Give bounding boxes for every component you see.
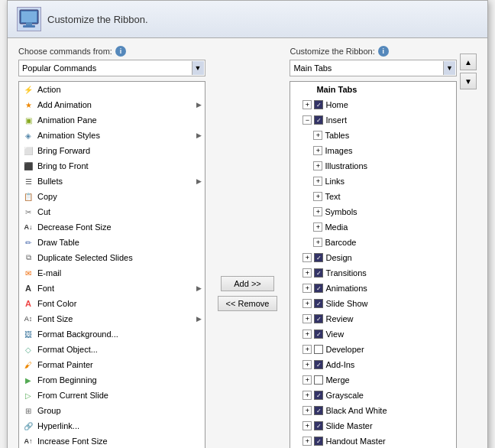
list-item[interactable]: ✏ Draw Table (19, 235, 205, 250)
list-item[interactable]: ◈ Animation Styles ▶ (19, 128, 205, 143)
list-item[interactable]: A↓ Decrease Font Size (19, 219, 205, 235)
checkbox-addins[interactable] (314, 360, 323, 369)
list-item[interactable]: A↕ Font Size ▶ (19, 311, 205, 326)
tree-item-transitions[interactable]: + Transitions (290, 265, 456, 281)
tree-item-text[interactable]: + Text (290, 189, 456, 204)
tree-item-insert[interactable]: − Insert (290, 112, 456, 128)
right-dropdown[interactable]: Main Tabs Tool Tabs All Tabs (290, 60, 457, 76)
expand-icon[interactable]: + (313, 238, 322, 247)
expand-icon[interactable]: + (302, 299, 312, 308)
remove-button[interactable]: << Remove (218, 296, 278, 311)
checkbox-merge[interactable] (314, 375, 323, 385)
checkbox-view[interactable] (314, 330, 323, 339)
list-item[interactable]: ⬜ Bring Forward (19, 143, 205, 158)
expand-icon[interactable]: + (302, 391, 312, 400)
right-tree-box[interactable]: Main Tabs + Home − Insert (290, 81, 457, 448)
add-button[interactable]: Add >> (221, 276, 274, 291)
expand-icon[interactable]: + (302, 345, 312, 354)
expand-icon[interactable]: + (302, 284, 312, 293)
right-info-icon[interactable]: i (378, 46, 389, 57)
left-info-icon[interactable]: i (115, 46, 126, 57)
checkbox-insert[interactable] (314, 115, 323, 125)
tree-item-animations[interactable]: + Animations (290, 281, 456, 296)
list-item[interactable]: ▶ From Beginning (19, 372, 205, 388)
list-item[interactable]: A↑ Increase Font Size (19, 433, 205, 448)
checkbox-slidemaster[interactable] (314, 421, 323, 430)
list-item[interactable]: ⊞ Group (19, 403, 205, 418)
checkbox-animations[interactable] (314, 284, 323, 293)
expand-icon[interactable]: + (302, 437, 312, 446)
tree-item-merge[interactable]: + Merge (290, 372, 456, 388)
tree-item-links[interactable]: + Links (290, 174, 456, 189)
list-item[interactable]: ★ Add Animation ▶ (19, 97, 205, 112)
left-dropdown[interactable]: Popular Commands All Commands (18, 60, 205, 76)
tree-item-developer[interactable]: + Developer (290, 342, 456, 357)
tree-item-tables[interactable]: + Tables (290, 128, 456, 143)
left-list-box[interactable]: ⚡ Action ★ Add Animation ▶ ▣ Animation P… (18, 81, 205, 448)
list-item[interactable]: 📋 Copy (19, 189, 205, 204)
checkbox-developer[interactable] (314, 345, 323, 354)
tree-item-handoutmaster[interactable]: + Handout Master (290, 433, 456, 448)
checkbox-transitions[interactable] (314, 268, 323, 278)
expand-icon[interactable]: + (302, 375, 312, 385)
expand-icon[interactable]: + (302, 268, 312, 278)
tree-item-design[interactable]: + Design (290, 250, 456, 265)
expand-icon[interactable]: + (302, 360, 312, 369)
tree-item-view[interactable]: + View (290, 326, 456, 342)
list-item[interactable]: ⚡ Action (19, 82, 205, 97)
tree-item-addins[interactable]: + Add-Ins (290, 357, 456, 372)
list-item[interactable]: ▷ From Current Slide (19, 388, 205, 403)
tree-item-grayscale[interactable]: + Grayscale (290, 388, 456, 403)
expand-icon[interactable]: + (302, 100, 312, 109)
list-item[interactable]: 🖼 Format Background... (19, 326, 205, 342)
list-item[interactable]: 🔗 Hyperlink... (19, 418, 205, 433)
list-item[interactable]: ✉ E-mail (19, 265, 205, 281)
add-animation-icon: ★ (22, 99, 34, 111)
expand-icon[interactable]: + (302, 421, 312, 430)
expand-icon[interactable]: + (313, 207, 322, 216)
checkbox-review[interactable] (314, 314, 323, 323)
move-up-button[interactable]: ▲ (460, 54, 477, 70)
list-item[interactable]: A Font Color (19, 296, 205, 311)
expand-icon[interactable]: + (302, 330, 312, 339)
list-item[interactable]: ☰ Bullets ▶ (19, 174, 205, 189)
expand-icon[interactable]: + (313, 146, 322, 155)
list-item[interactable]: 🖌 Format Painter (19, 357, 205, 372)
decrease-font-size-icon: A↓ (22, 221, 34, 233)
tree-item-barcode[interactable]: + Barcode (290, 235, 456, 250)
list-item[interactable]: ▣ Animation Pane (19, 112, 205, 128)
expand-icon[interactable]: + (313, 222, 322, 232)
move-down-button[interactable]: ▼ (460, 73, 477, 89)
checkbox-slideshow[interactable] (314, 299, 323, 308)
tree-item-media[interactable]: + Media (290, 219, 456, 235)
checkbox-design[interactable] (314, 253, 323, 262)
tree-item-home[interactable]: + Home (290, 97, 456, 112)
expand-icon[interactable]: + (302, 314, 312, 323)
checkbox-home[interactable] (314, 100, 323, 109)
expand-icon[interactable]: + (313, 192, 322, 201)
checkbox-blackwhite[interactable] (314, 406, 323, 415)
expand-icon[interactable]: + (313, 177, 322, 186)
list-item[interactable]: ⧉ Duplicate Selected Slides (19, 250, 205, 265)
tree-item-blackwhite[interactable]: + Black And White (290, 403, 456, 418)
expand-icon[interactable]: + (302, 253, 312, 262)
list-item[interactable]: ✂ Cut (19, 204, 205, 219)
list-item[interactable]: ◇ Format Object... (19, 342, 205, 357)
expand-icon[interactable]: − (302, 115, 312, 125)
checkbox-grayscale[interactable] (314, 391, 323, 400)
format-painter-icon: 🖌 (22, 359, 34, 371)
checkbox-handoutmaster[interactable] (314, 437, 323, 446)
list-item[interactable]: A Font ▶ (19, 281, 205, 296)
tree-item-slideshow[interactable]: + Slide Show (290, 296, 456, 311)
expand-icon[interactable]: + (302, 406, 312, 415)
tree-item-images[interactable]: + Images (290, 143, 456, 158)
tree-item-illustrations[interactable]: + Illustrations (290, 158, 456, 174)
list-item[interactable]: ⬛ Bring to Front (19, 158, 205, 174)
expand-icon[interactable]: + (313, 161, 322, 170)
tree-item-symbols[interactable]: + Symbols (290, 204, 456, 219)
expand-icon[interactable]: + (313, 131, 322, 140)
dialog-title-bar: Customize the Ribbon. (8, 1, 487, 38)
tree-item-main-tabs[interactable]: Main Tabs (290, 82, 456, 97)
tree-item-slidemaster[interactable]: + Slide Master (290, 418, 456, 433)
tree-item-review[interactable]: + Review (290, 311, 456, 326)
